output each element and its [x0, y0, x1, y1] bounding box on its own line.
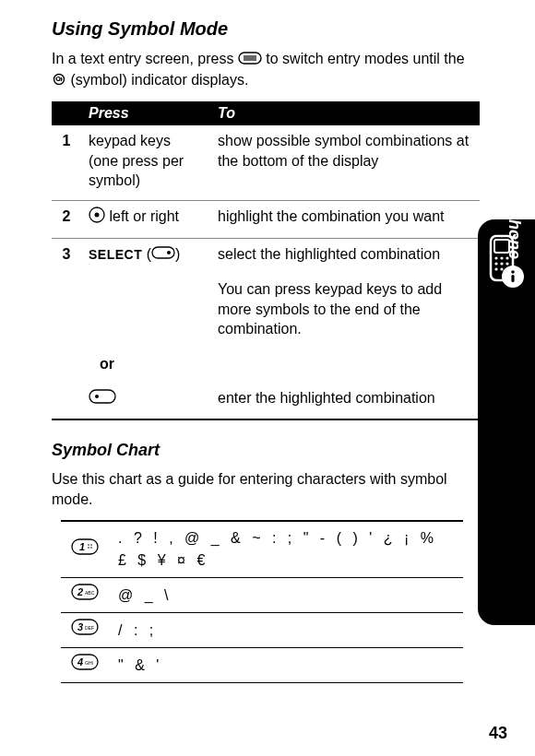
intro-text-1: In a text entry screen, press	[52, 51, 238, 66]
keycap-1-icon: 1	[71, 538, 99, 561]
intro-paragraph: In a text entry screen, press to switch …	[52, 49, 480, 90]
chart-symbols: . ? ! , @ _ & ~ : ; " - ( ) ' ¿ ¡ % £ $ …	[109, 521, 463, 578]
or-label: or	[81, 348, 210, 384]
chart-row: 2ABC @ _ \	[61, 578, 463, 613]
table-header-to: To	[210, 101, 480, 125]
keycap-2-icon: 2ABC	[71, 584, 99, 607]
svg-point-20	[56, 77, 60, 80]
step-press: SELECT ()	[81, 238, 210, 274]
chart-keycap: 4GHI	[61, 648, 109, 683]
menu-key-icon	[238, 50, 262, 70]
step-press: left or right	[81, 200, 210, 238]
svg-text:2: 2	[77, 586, 83, 597]
step-press-text: left or right	[109, 208, 179, 224]
svg-text:ABC: ABC	[85, 590, 95, 596]
svg-point-31	[88, 547, 89, 549]
chart-symbols: / : ;	[109, 613, 463, 648]
svg-text:1: 1	[79, 541, 85, 552]
nav-key-icon	[89, 207, 105, 229]
steps-table: Press To 1 keypad keys (one press per sy…	[52, 101, 480, 420]
step-press	[81, 383, 210, 419]
step-to: show possible symbol combinations at the…	[210, 125, 480, 200]
chart-row: 4GHI " & '	[61, 648, 463, 683]
step-to: select the highlighted combination	[210, 238, 480, 274]
chart-keycap: 2ABC	[61, 578, 109, 613]
section-title: Using Symbol Mode	[52, 18, 480, 40]
svg-point-10	[500, 267, 503, 270]
intro-text-2: to switch entry modes until the	[266, 51, 464, 66]
step-press: keypad keys (one press per symbol)	[81, 125, 210, 200]
select-key-label: SELECT	[89, 247, 142, 262]
chart-symbols: " & '	[109, 648, 463, 683]
svg-point-29	[88, 544, 89, 546]
symbol-chart-table: 1 . ? ! , @ _ & ~ : ; " - ( ) ' ¿ ¡ % £ …	[61, 520, 463, 683]
svg-point-19	[54, 74, 65, 84]
page-number: 43	[489, 724, 507, 743]
step-note: You can press keypad keys to add more sy…	[210, 274, 480, 348]
chart-keycap: 3DEF	[61, 613, 109, 648]
side-chapter-label: Learning to Use Your Phone	[505, 37, 524, 332]
table-header-press: Press	[81, 101, 210, 125]
svg-point-22	[95, 212, 100, 217]
svg-text:DEF: DEF	[85, 625, 94, 631]
right-softkey-icon	[151, 244, 175, 265]
chart-keycap: 1	[61, 521, 109, 578]
symbol-indicator-icon	[52, 71, 66, 91]
left-softkey-icon	[89, 389, 116, 409]
svg-point-6	[494, 262, 497, 265]
svg-text:3: 3	[77, 621, 83, 632]
paren-close: )	[175, 246, 180, 262]
chart-row: 3DEF / : ;	[61, 613, 463, 648]
chart-row: 1 . ? ! , @ _ & ~ : ; " - ( ) ' ¿ ¡ % £ …	[61, 521, 463, 578]
svg-point-4	[500, 256, 503, 259]
svg-point-26	[95, 395, 99, 398]
svg-point-9	[494, 267, 497, 270]
intro-text-3: (symbol) indicator displays.	[70, 72, 248, 88]
svg-point-7	[500, 262, 503, 265]
chart-title: Symbol Chart	[52, 441, 480, 460]
step-number: 3	[52, 238, 81, 274]
svg-text:GHI: GHI	[85, 660, 93, 666]
step-to: enter the highlighted combination	[210, 383, 480, 419]
step-number: 1	[52, 125, 81, 200]
keycap-4-icon: 4GHI	[71, 654, 99, 677]
svg-rect-25	[89, 390, 115, 403]
svg-point-32	[90, 547, 92, 549]
keycap-3-icon: 3DEF	[71, 619, 99, 642]
svg-point-30	[90, 544, 92, 546]
svg-text:4: 4	[77, 656, 83, 667]
chart-intro: Use this chart as a guide for entering c…	[52, 469, 480, 509]
step-number: 2	[52, 200, 81, 238]
svg-point-3	[494, 256, 497, 259]
step-to: highlight the combination you want	[210, 200, 480, 238]
table-header-blank	[52, 101, 81, 125]
svg-point-24	[167, 251, 171, 254]
chart-symbols: @ _ \	[109, 578, 463, 613]
svg-rect-23	[152, 247, 174, 258]
